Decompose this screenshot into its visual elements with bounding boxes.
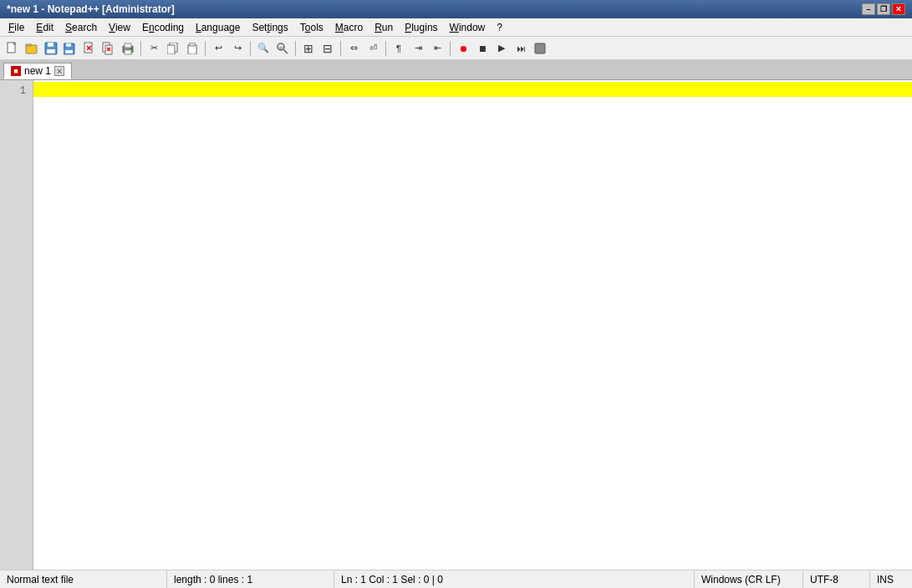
close-button[interactable]: ✕	[892, 3, 905, 15]
sep-4	[295, 41, 296, 56]
status-encoding: UTF-8	[803, 570, 870, 588]
editor-area[interactable]	[33, 80, 912, 570]
sep-3	[250, 41, 251, 56]
restore-button[interactable]: ❐	[877, 3, 890, 15]
macro-save-button[interactable]	[531, 39, 549, 58]
status-eol: Windows (CR LF)	[695, 570, 803, 588]
eol-text: Windows (CR LF)	[701, 574, 781, 585]
menu-macro[interactable]: Macro	[330, 20, 368, 35]
tab-close-button[interactable]: ✕	[54, 66, 64, 76]
show-all-chars-button[interactable]: ¶	[390, 39, 408, 58]
sep-1	[140, 41, 141, 56]
status-position: Ln : 1 Col : 1 Sel : 0 | 0	[334, 570, 695, 588]
sep-7	[450, 41, 451, 56]
unindent-button[interactable]: ⇤	[428, 39, 446, 58]
sep-2	[205, 41, 206, 56]
editor-content[interactable]	[33, 80, 912, 570]
encoding-text: UTF-8	[810, 574, 838, 585]
indent-button[interactable]: ⇥	[409, 39, 427, 58]
svg-rect-2	[26, 44, 31, 46]
line-number-1: 1	[7, 84, 29, 99]
toolbar: ✂ ↩ ↪ 🔍 ab ⊞ ⊟ ⇔ ⏎ ¶ ⇥ ⇤ ⏺ ⏹ ▶ ⏭	[0, 37, 912, 60]
window-title: *new 1 - Notepad++ [Administrator]	[7, 3, 175, 15]
find-button[interactable]: 🔍	[254, 39, 273, 58]
position-text: Ln : 1 Col : 1 Sel : 0 | 0	[341, 574, 443, 585]
menu-file[interactable]: File	[3, 20, 29, 35]
menu-search[interactable]: Search	[60, 20, 102, 35]
paste-button[interactable]	[183, 39, 201, 58]
menu-window[interactable]: Window	[445, 20, 491, 35]
svg-rect-18	[125, 50, 131, 54]
word-wrap-button[interactable]: ⏎	[364, 39, 382, 58]
title-bar-buttons: – ❐ ✕	[862, 3, 905, 15]
svg-rect-23	[190, 43, 195, 46]
status-length: length : 0 lines : 1	[167, 570, 334, 588]
svg-rect-22	[188, 45, 196, 54]
tab-label: new 1	[24, 65, 51, 77]
length-lines-text: length : 0 lines : 1	[174, 574, 252, 585]
svg-line-25	[283, 49, 288, 53]
svg-rect-4	[48, 43, 53, 47]
macro-run-button[interactable]: ⏭	[512, 39, 530, 58]
sep-5	[340, 41, 341, 56]
zoom-out-button[interactable]: ⊟	[318, 39, 337, 58]
svg-rect-21	[167, 45, 175, 54]
menu-tools[interactable]: Tools	[295, 20, 329, 35]
menu-help[interactable]: ?	[492, 20, 507, 35]
minimize-button[interactable]: –	[862, 3, 875, 15]
zoom-in-button[interactable]: ⊞	[299, 39, 318, 58]
tab-new1[interactable]: ■ new 1 ✕	[3, 63, 72, 79]
main-area: 1	[0, 80, 912, 570]
undo-button[interactable]: ↩	[209, 39, 227, 58]
menu-encoding[interactable]: Encoding	[137, 20, 189, 35]
status-filetype: Normal text file	[0, 570, 167, 588]
menu-plugins[interactable]: Plugins	[400, 20, 442, 35]
tab-icon: ■	[11, 66, 21, 76]
replace-button[interactable]: ab	[273, 39, 292, 58]
menu-settings[interactable]: Settings	[247, 20, 293, 35]
save-button[interactable]	[42, 39, 60, 58]
status-insert: INS	[870, 570, 912, 588]
line-gutter: 1	[0, 80, 33, 570]
status-bar: Normal text file length : 0 lines : 1 Ln…	[0, 570, 912, 588]
copy-button[interactable]	[164, 39, 182, 58]
svg-rect-8	[65, 50, 73, 53]
redo-button[interactable]: ↪	[228, 39, 247, 58]
open-button[interactable]	[23, 39, 41, 58]
menu-view[interactable]: View	[104, 20, 135, 35]
sync-scroll-button[interactable]: ⇔	[344, 39, 363, 58]
sep-6	[385, 41, 386, 56]
print-button[interactable]	[119, 39, 137, 58]
close-doc-button[interactable]	[80, 39, 99, 58]
macro-stop-button[interactable]: ⏹	[473, 39, 492, 58]
filetype-text: Normal text file	[7, 574, 74, 585]
svg-rect-27	[535, 43, 545, 53]
insert-mode-text: INS	[877, 574, 894, 585]
menu-language[interactable]: Language	[191, 20, 245, 35]
svg-point-19	[130, 48, 132, 49]
svg-rect-5	[47, 49, 55, 53]
macro-record-button[interactable]: ⏺	[454, 39, 472, 58]
new-button[interactable]	[3, 39, 22, 58]
close-all-button[interactable]	[99, 39, 118, 58]
menu-run[interactable]: Run	[369, 20, 398, 35]
title-bar: *new 1 - Notepad++ [Administrator] – ❐ ✕	[0, 0, 912, 18]
macro-play-button[interactable]: ▶	[492, 39, 511, 58]
save-all-button[interactable]	[61, 39, 79, 58]
svg-text:ab: ab	[278, 45, 284, 50]
svg-rect-7	[66, 43, 71, 47]
tab-bar: ■ new 1 ✕	[0, 60, 912, 80]
cut-button[interactable]: ✂	[145, 39, 163, 58]
svg-rect-17	[125, 43, 131, 48]
menu-bar: File Edit Search View Encoding Language …	[0, 18, 912, 37]
menu-edit[interactable]: Edit	[31, 20, 59, 35]
